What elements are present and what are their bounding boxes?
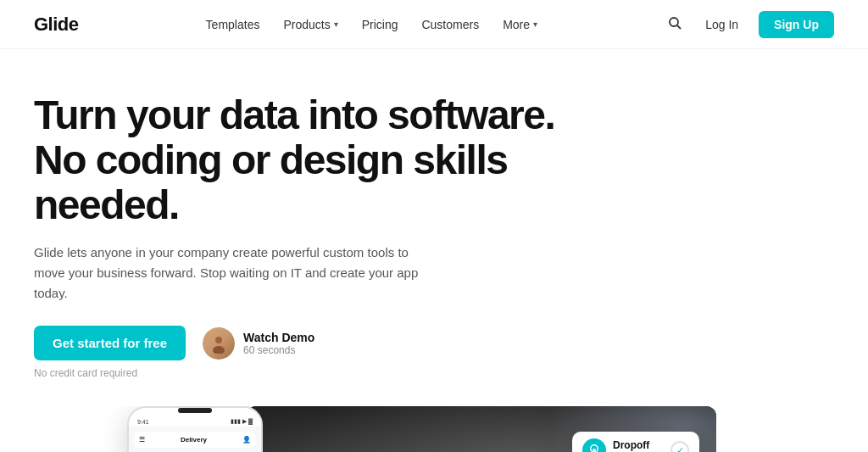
phone-mockup: 9:41 ▮▮▮ ▶ ▓ ☰ Delivery 👤 xyxy=(127,406,263,452)
signup-button[interactable]: Sign Up xyxy=(759,11,834,38)
products-arrow-icon: ▾ xyxy=(334,20,338,29)
phone-screen-header: ☰ Delivery 👤 xyxy=(134,432,256,448)
more-arrow-icon: ▾ xyxy=(533,20,537,29)
navigation: Glide Templates Products ▾ Pricing Custo… xyxy=(0,0,868,49)
hamburger-icon: ☰ xyxy=(139,436,145,444)
search-button[interactable] xyxy=(665,13,685,36)
delivery-icon xyxy=(587,444,601,452)
hero-subtext: Glide lets anyone in your company create… xyxy=(34,243,424,304)
no-credit-text: No credit card required xyxy=(34,367,137,379)
demo-duration: 60 seconds xyxy=(243,344,314,356)
hero-headline: Turn your data into software. No coding … xyxy=(34,93,610,227)
nav-actions: Log In Sign Up xyxy=(665,11,834,38)
svg-point-3 xyxy=(213,346,225,354)
dropoff-badge: Dropoff Completed ✓ xyxy=(572,432,699,452)
nav-item-templates[interactable]: Templates xyxy=(206,17,260,32)
svg-point-11 xyxy=(593,449,596,452)
user-icon: 👤 xyxy=(242,436,251,444)
dropoff-icon xyxy=(582,438,606,452)
main-photo: Dropoff Completed ✓ xyxy=(246,406,716,452)
nav-item-customers[interactable]: Customers xyxy=(421,17,479,32)
phone-status-bar: 9:41 ▮▮▮ ▶ ▓ xyxy=(129,415,261,427)
hero-cta-row: Get started for free Watch Demo 60 secon… xyxy=(34,326,314,360)
dropoff-check-icon: ✓ xyxy=(670,441,689,452)
watch-demo-button[interactable]: Watch Demo 60 seconds xyxy=(203,327,314,360)
hero-visual: 9:41 ▮▮▮ ▶ ▓ ☰ Delivery 👤 xyxy=(0,406,868,452)
nav-item-products[interactable]: Products ▾ xyxy=(283,18,337,31)
nav-links: Templates Products ▾ Pricing Customers M… xyxy=(206,17,537,32)
login-button[interactable]: Log In xyxy=(695,13,748,36)
demo-title: Watch Demo xyxy=(243,331,314,344)
person-icon xyxy=(209,333,229,354)
hero-section: Turn your data into software. No coding … xyxy=(0,49,868,379)
get-started-button[interactable]: Get started for free xyxy=(34,326,186,360)
phone-notch xyxy=(178,408,212,413)
nav-item-pricing[interactable]: Pricing xyxy=(362,17,398,32)
phone-screen: ☰ Delivery 👤 Trips xyxy=(129,427,261,452)
nav-item-more[interactable]: More ▾ xyxy=(503,18,537,31)
search-icon xyxy=(668,16,682,30)
svg-point-2 xyxy=(215,337,222,343)
demo-avatar xyxy=(203,327,235,360)
svg-line-1 xyxy=(677,25,681,29)
logo[interactable]: Glide xyxy=(34,14,79,36)
svg-point-0 xyxy=(670,18,678,26)
dropoff-title: Dropoff xyxy=(613,439,664,451)
